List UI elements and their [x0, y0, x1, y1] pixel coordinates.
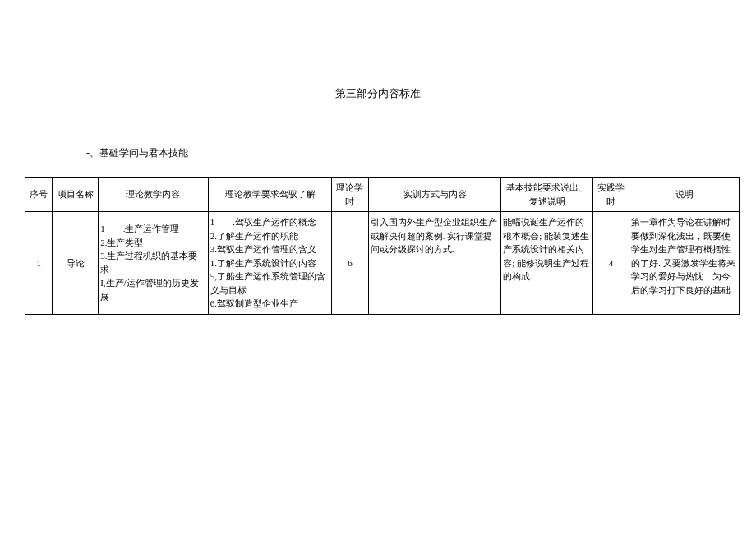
content-table: 序号 项目名称 理论教学内容 理论教学要求驾驭了解 理论学时 实训方式与内容 基… — [25, 177, 740, 315]
cell-hours1: 6 — [332, 212, 369, 315]
cell-name: 导论 — [53, 212, 99, 315]
cell-seq: 1 — [25, 212, 53, 315]
cell-require: 1 .驾驭生产运作的概念 2.了解生产运作的职能 3.驾驭生产运作管理的含义 1… — [208, 212, 331, 315]
section-heading: -、基础学问与君本技能 — [0, 109, 756, 177]
table-header-row: 序号 项目名称 理论教学内容 理论教学要求驾驭了解 理论学时 实训方式与内容 基… — [25, 178, 740, 212]
header-hours1: 理论学时 — [332, 178, 369, 212]
header-content: 理论教学内容 — [99, 178, 209, 212]
header-seq: 序号 — [25, 178, 53, 212]
table-row: 1 导论 1 .生产运作管理 2.生产类型 3.生产过程机织的基本要求 I,生产… — [25, 212, 740, 315]
cell-content: 1 .生产运作管理 2.生产类型 3.生产过程机织的基本要求 I,生产/运作管理… — [99, 212, 209, 315]
cell-note: 第一章作为导论在讲解时要做到深化浅出，既要使学生对生产管理有概括性的了好. 又要… — [629, 212, 740, 315]
cell-hours2: 4 — [592, 212, 629, 315]
cell-skill: 能幅说诞生产运作的根本概会; 能装复述生产系统设计的相关内容; 能修说明生产过程… — [501, 212, 592, 315]
header-hours2: 实践学时 — [592, 178, 629, 212]
header-require: 理论教学要求驾驭了解 — [208, 178, 331, 212]
header-practice: 实训方式与内容 — [368, 178, 501, 212]
header-note: 说明 — [629, 178, 740, 212]
page-title: 第三部分内容标准 — [0, 0, 756, 109]
header-name: 项目名称 — [53, 178, 99, 212]
header-skill: 基本技能要求说出、复述说明 — [501, 178, 592, 212]
cell-practice: 引入国内外生产型企业组织生产或解决何超的案例. 实行课堂提问或分级探讨的方式. — [368, 212, 501, 315]
